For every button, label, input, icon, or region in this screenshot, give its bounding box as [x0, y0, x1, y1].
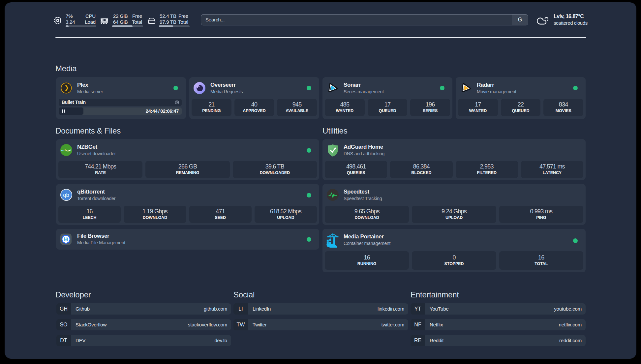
svg-text:qb: qb — [63, 192, 69, 198]
svg-text:nzbget: nzbget — [61, 148, 72, 152]
